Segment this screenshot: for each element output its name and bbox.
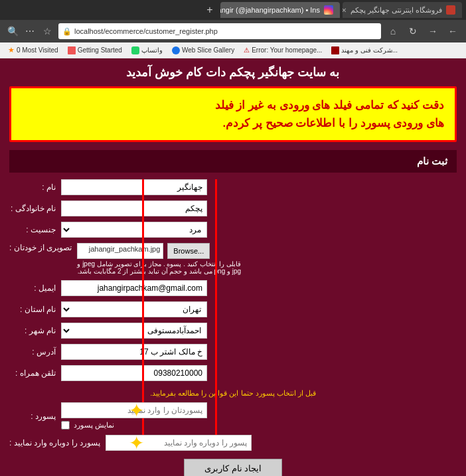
nav-bar: ← → ↻ ⌂ 🔒 localhost/ecommerce/customer_r… (0, 20, 466, 42)
bookmark-web-slice[interactable]: Web Slice Gallery (168, 45, 238, 56)
bookmark-company-label: شرکت فنی و مهند... (341, 46, 398, 54)
wa-icon (131, 46, 139, 54)
name-input[interactable] (61, 179, 207, 195)
city-label: نام شهر : (9, 326, 56, 335)
welcome-title: به سایت جهانگیر پچکم دات کام خوش آمدید (9, 65, 457, 80)
star-annotation-2: ✦ (129, 432, 144, 454)
confirm-label: پسورد را دوباره وارد نمایید : (9, 438, 100, 447)
name-label: نام : (9, 183, 56, 192)
address-input[interactable] (61, 344, 207, 360)
browser-chrome: فروشگاه اینترنتی جهانگیر پچکم ✕ jahangir… (0, 0, 466, 58)
bookmark-most-visited-label: 0 Most Visited (17, 46, 58, 54)
province-select[interactable]: تهران (61, 301, 207, 317)
gender-row: مرد زن جنسیت : (9, 222, 457, 238)
tab-1[interactable]: فروشگاه اینترنتی جهانگیر پچکم ✕ (343, 2, 462, 18)
page-content: به سایت جهانگیر پچکم دات کام خوش آمدید د… (0, 58, 466, 476)
photo-row: Browse... jahangir_pachkam.jpg قابلی را … (9, 243, 457, 275)
email-input[interactable] (61, 280, 207, 296)
firefox-icon (68, 46, 76, 54)
file-row: Browse... jahangir_pachkam.jpg (77, 243, 210, 259)
province-label: نام استان : (9, 305, 56, 314)
bookmark-web-slice-label: Web Slice Gallery (182, 46, 234, 54)
new-tab-button[interactable]: + (202, 2, 218, 18)
home-button[interactable]: ⌂ (385, 23, 401, 39)
family-label: نام خانوادگی : (9, 204, 56, 213)
password-label: پسورد : (9, 412, 56, 421)
province-row: تهران نام استان : (9, 301, 457, 317)
file-name-display: jahangir_pachkam.jpg (77, 243, 163, 259)
show-password-label: نمایش پسورد (74, 421, 114, 430)
bookmarks-star[interactable]: ☆ (40, 24, 54, 39)
bookmark-error-label: Error: Your homepage... (252, 46, 322, 54)
phone-label: تلقن همراه : (9, 368, 56, 378)
gender-label: جنسیت : (9, 225, 56, 234)
section-title: ثبت نام (9, 150, 457, 173)
password-row: ✦ نمایش پسورد پسورد : (9, 402, 457, 430)
company-icon (331, 46, 339, 54)
registration-form: نام : نام خانوادگی : مرد زن جنسیت : Brow… (9, 179, 457, 476)
photo-hint: قابلی را انتخاب کنید . پسوه . مجاز برای … (77, 260, 241, 275)
show-password-checkbox[interactable] (61, 421, 70, 430)
gender-select[interactable]: مرد زن (61, 222, 207, 238)
warning-box: دقت کنید که تمامی فیلد های ورودی به غیر … (9, 86, 457, 142)
address-text: localhost/ecommerce/customer_register.ph… (74, 27, 377, 35)
bookmark-company[interactable]: شرکت فنی و مهند... (327, 45, 402, 56)
browse-button[interactable]: Browse... (167, 243, 210, 259)
email-label: ایمیل : (9, 283, 56, 293)
name-row: نام : (9, 179, 457, 195)
address-row: آدرس : (9, 344, 457, 360)
lock-icon: 🔒 (62, 27, 72, 36)
forward-button[interactable]: → (425, 23, 441, 39)
tab-1-close[interactable]: ✕ (343, 7, 347, 14)
confirm-input[interactable] (106, 435, 252, 451)
email-row: ایمیل : (9, 280, 457, 296)
back-button[interactable]: ← (445, 23, 461, 39)
address-bar[interactable]: 🔒 localhost/ecommerce/customer_register.… (58, 23, 381, 39)
bookmark-most-visited[interactable]: ★ 0 Most Visited (4, 44, 62, 56)
warning-text: دقت کنید که تمامی فیلد های ورودی به غیر … (22, 96, 444, 132)
show-password-row: نمایش پسورد (61, 421, 114, 430)
star-annotation-1: ✦ (129, 400, 144, 422)
tab-1-label: فروشگاه اینترنتی جهانگیر پچکم (350, 6, 442, 15)
tab-1-icon (446, 5, 455, 15)
family-input[interactable] (61, 200, 207, 216)
globe-icon (172, 46, 180, 54)
submit-button[interactable]: ایجاد نام کاربری (184, 459, 282, 476)
bookmark-getting-started-label: Getting Started (78, 46, 122, 54)
bookmark-getting-started[interactable]: Getting Started (64, 45, 126, 56)
tab-2[interactable]: jahangir (@jahangirpachkam) • Ins... ✕ (220, 2, 340, 18)
city-row: احمدآبادمستوفی نام شهر : (9, 323, 457, 339)
bookmark-whatsapp-label: واتساپ (141, 46, 163, 54)
bookmark-whatsapp[interactable]: واتساپ (127, 45, 167, 56)
tab-2-icon (324, 5, 333, 15)
phone-input[interactable] (61, 365, 207, 381)
city-select[interactable]: احمدآبادمستوفی (61, 323, 207, 339)
phone-row: تلقن همراه : (9, 365, 457, 381)
star-icon: ★ (8, 46, 15, 54)
tab-bar: فروشگاه اینترنتی جهانگیر پچکم ✕ jahangir… (0, 0, 466, 20)
search-button[interactable]: 🔍 (5, 24, 20, 39)
family-row: نام خانوادگی : (9, 200, 457, 216)
error-icon: ⚠ (244, 46, 250, 54)
password-hint-link[interactable]: قبل از انتخاب پسورد حتما این قوانین را م… (150, 389, 316, 397)
photo-label: تصویری از خودتان : (9, 243, 72, 252)
bookmarks-bar: ★ 0 Most Visited Getting Started واتساپ … (0, 42, 466, 58)
refresh-button[interactable]: ↻ (405, 23, 421, 39)
menu-button[interactable]: ⋯ (23, 24, 37, 39)
nav-actions: ☆ ⋯ 🔍 (5, 24, 54, 39)
tab-2-label: jahangir (@jahangirpachkam) • Ins... (220, 6, 320, 14)
confirm-row: ✦ پسورد را دوباره وارد نمایید : (9, 435, 457, 451)
address-label: آدرس : (9, 347, 56, 357)
bookmark-error[interactable]: ⚠ Error: Your homepage... (240, 45, 326, 55)
